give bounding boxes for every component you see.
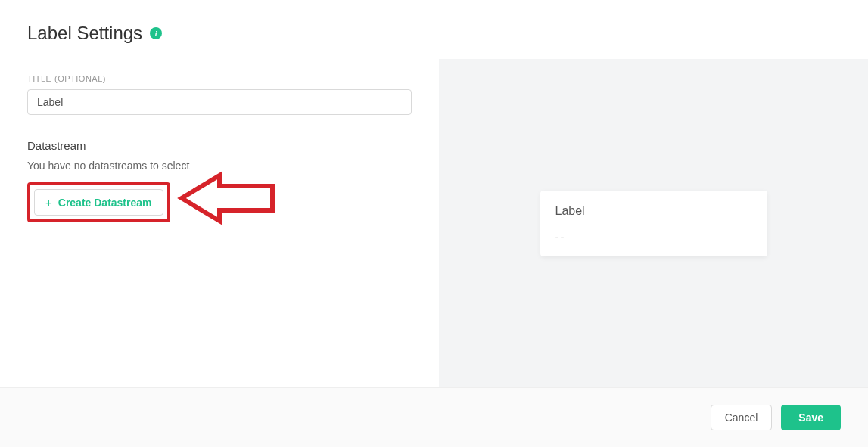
annotation-highlight-box: + Create Datastream	[27, 182, 170, 222]
save-button[interactable]: Save	[781, 405, 841, 430]
title-field-label: TITLE (OPTIONAL)	[27, 74, 412, 83]
cancel-button[interactable]: Cancel	[711, 405, 773, 430]
preview-title: Label	[555, 204, 752, 218]
page-title-row: Label Settings i	[27, 23, 412, 44]
datastream-empty-message: You have no datastreams to select	[27, 160, 412, 172]
info-icon[interactable]: i	[150, 27, 162, 39]
create-datastream-label: Create Datastream	[58, 197, 152, 209]
annotation-arrow-icon	[174, 171, 280, 231]
preview-panel: Label --	[439, 59, 868, 387]
page-title: Label Settings	[27, 23, 142, 44]
title-input[interactable]	[27, 89, 412, 115]
preview-card: Label --	[540, 191, 767, 256]
preview-value: --	[555, 230, 752, 243]
plus-icon: +	[45, 196, 52, 209]
create-datastream-button[interactable]: + Create Datastream	[34, 189, 163, 216]
datastream-section-label: Datastream	[27, 139, 412, 152]
footer-bar: Cancel Save	[0, 387, 868, 447]
